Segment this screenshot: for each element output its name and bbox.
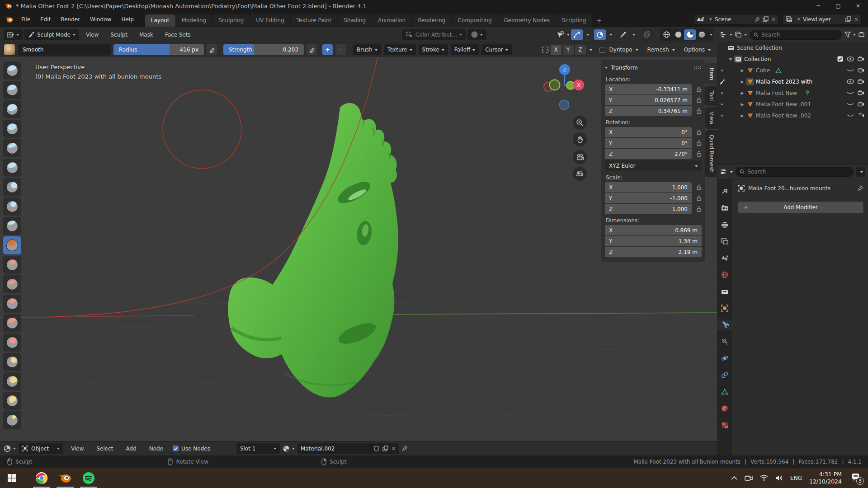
brush-draw[interactable] <box>3 61 21 80</box>
strength-pressure-button[interactable] <box>307 44 317 55</box>
eye-open-icon[interactable] <box>847 56 854 61</box>
menu-node-view[interactable]: View <box>66 441 89 455</box>
outliner-row-malia-foot-new-001[interactable]: ▶ Malia Foot New .001 <box>717 99 868 110</box>
brush-clay-thumb[interactable] <box>3 139 21 157</box>
location-y-field[interactable]: Y0.026577 m <box>605 95 692 105</box>
lock-icon[interactable] <box>692 195 702 201</box>
symmetry-dropdown[interactable] <box>590 49 592 52</box>
menu-help[interactable]: Help <box>116 12 138 27</box>
expand-icon[interactable]: ▶ <box>739 113 746 118</box>
rotation-z-field[interactable]: Z270° <box>605 149 692 159</box>
eye-open-icon[interactable] <box>847 79 854 84</box>
scale-x-field[interactable]: X1.000 <box>605 182 692 192</box>
meet-camera-icon[interactable] <box>745 475 753 481</box>
copy-icon[interactable] <box>845 16 851 22</box>
outliner-row-scene-collection[interactable]: Scene Collection <box>717 42 868 53</box>
outliner-search-input[interactable] <box>761 32 838 38</box>
lock-icon[interactable] <box>692 151 702 157</box>
brush-name-field[interactable]: Smooth <box>18 44 111 56</box>
tab-constraint-properties[interactable] <box>718 370 731 380</box>
add-modifier-button[interactable]: + Add Modifier <box>738 202 863 213</box>
tab-modifier-properties[interactable] <box>717 319 732 330</box>
taskbar-blender-button[interactable] <box>53 468 77 488</box>
start-button[interactable] <box>0 468 24 488</box>
workspace-tab-uv-editing[interactable]: UV Editing <box>250 14 290 27</box>
radius-pressure-button[interactable] <box>207 44 217 55</box>
workspace-tab-scripting[interactable]: Scripting <box>556 14 592 27</box>
camera-visibility-icon[interactable] <box>858 68 864 73</box>
workspace-tab-geometry-nodes[interactable]: Geometry Nodes <box>498 14 556 27</box>
pin-icon[interactable] <box>402 446 408 451</box>
material-slot-selector[interactable]: Slot 1 <box>236 443 280 454</box>
brush-flatten[interactable] <box>3 256 21 274</box>
tray-expand-icon[interactable] <box>731 476 737 480</box>
eye-closed-icon[interactable] <box>847 113 854 118</box>
eye-closed-icon[interactable] <box>847 102 854 107</box>
tab-tool-properties[interactable] <box>718 186 731 197</box>
rotation-y-field[interactable]: Y0° <box>605 138 692 148</box>
expand-icon[interactable]: ▶ <box>739 102 746 107</box>
brush-fill[interactable] <box>3 275 21 293</box>
shader-editor-type-button[interactable] <box>4 445 16 452</box>
orthographic-toggle-button[interactable] <box>573 167 587 181</box>
falloff-popover[interactable]: Falloff <box>451 44 479 55</box>
eye-closed-icon[interactable] <box>847 90 854 95</box>
properties-editor-type-button[interactable] <box>720 169 733 175</box>
menu-render[interactable]: Render <box>56 12 85 27</box>
shading-rendered-button[interactable] <box>696 29 708 40</box>
strength-slider[interactable]: Strength 0.203 <box>223 44 304 55</box>
color-attribute-selector[interactable]: Color Attribut... <box>402 29 466 40</box>
direction-add-button[interactable]: + <box>322 44 333 55</box>
foot-model[interactable] <box>228 103 399 397</box>
eye-closed-icon[interactable] <box>847 68 854 73</box>
tab-view[interactable]: View <box>705 107 717 129</box>
shading-wireframe-button[interactable] <box>660 29 672 40</box>
radius-slider[interactable]: Radius 416 px <box>113 44 204 55</box>
rotation-x-field[interactable]: X0° <box>605 127 692 137</box>
dimensions-x-field[interactable]: X0.869 m <box>605 225 702 235</box>
volume-icon[interactable] <box>775 475 783 481</box>
symmetry-z-toggle[interactable]: Z <box>575 45 586 55</box>
menu-node-node[interactable]: Node <box>144 441 168 455</box>
workspace-tab-rendering[interactable]: Rendering <box>412 14 451 27</box>
properties-options-button[interactable] <box>856 167 865 177</box>
tab-tool[interactable]: Tool <box>705 86 717 105</box>
shading-solid-button[interactable] <box>672 29 684 40</box>
dimensions-y-field[interactable]: Y1.34 m <box>605 236 702 246</box>
brush-blob[interactable] <box>3 197 21 216</box>
camera-visibility-icon[interactable] <box>858 79 864 84</box>
add-workspace-button[interactable]: + <box>592 15 606 27</box>
brush-popover[interactable]: Brush <box>353 44 381 55</box>
tab-item[interactable]: Item <box>705 63 717 84</box>
orientation-gizmo[interactable]: Z X <box>541 63 595 115</box>
options-label[interactable]: Options <box>684 47 705 53</box>
lock-icon[interactable] <box>692 86 702 92</box>
workspace-tab-shading[interactable]: Shading <box>338 14 372 27</box>
brush-scrape[interactable] <box>3 295 21 313</box>
properties-search-input[interactable] <box>747 169 849 175</box>
remesh-dropdown[interactable] <box>672 49 675 52</box>
remesh-label[interactable]: Remesh <box>647 47 669 53</box>
material-name-field[interactable]: Material.002 ✕ <box>297 443 399 454</box>
language-indicator[interactable]: ENG <box>790 475 802 481</box>
tab-scene-properties[interactable] <box>718 253 731 263</box>
dyntopo-dropdown[interactable] <box>636 49 638 52</box>
outliner-filter-type-button[interactable] <box>735 32 747 38</box>
scale-y-field[interactable]: Y-1.000 <box>605 193 692 203</box>
unlink-material-icon[interactable]: ✕ <box>392 446 396 452</box>
workspace-tab-compositing[interactable]: Compositing <box>452 14 497 27</box>
direction-subtract-button[interactable]: − <box>335 44 346 55</box>
expand-icon[interactable]: ▶ <box>739 68 746 73</box>
unlink-scene-icon[interactable]: ✕ <box>771 16 776 23</box>
outliner-filter-button[interactable] <box>844 32 856 38</box>
remove-viewlayer-icon[interactable]: ✕ <box>854 16 859 23</box>
taskbar-spotify-button[interactable] <box>77 468 100 488</box>
brush-snake-hook[interactable] <box>3 392 21 410</box>
stroke-popover[interactable]: Stroke <box>419 44 448 55</box>
outliner-row-collection[interactable]: ▼ Collection <box>717 53 868 65</box>
location-z-field[interactable]: Z0.34761 m <box>605 106 692 116</box>
workspace-tab-sculpting[interactable]: Sculpting <box>212 14 250 27</box>
outliner-row-malia-foot-2023[interactable]: ▶ Malia Foot 2023 with <box>717 76 868 87</box>
lock-icon[interactable] <box>692 206 702 212</box>
tab-collection-properties[interactable] <box>718 286 731 297</box>
